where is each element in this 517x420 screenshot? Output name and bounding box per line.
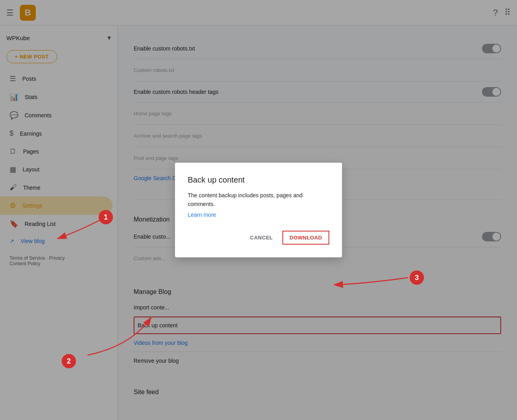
dialog-actions: CANCEL DOWNLOAD xyxy=(188,231,329,245)
cancel-button[interactable]: CANCEL xyxy=(244,231,279,244)
download-button[interactable]: DOWNLOAD xyxy=(282,231,329,245)
dialog-title: Back up content xyxy=(188,175,329,185)
dialog-body: The content backup includes posts, pages… xyxy=(188,191,329,209)
dialog-learn-more-link[interactable]: Learn more xyxy=(188,212,329,218)
backup-dialog: Back up content The content backup inclu… xyxy=(175,163,342,258)
modal-overlay: Back up content The content backup inclu… xyxy=(0,0,517,420)
